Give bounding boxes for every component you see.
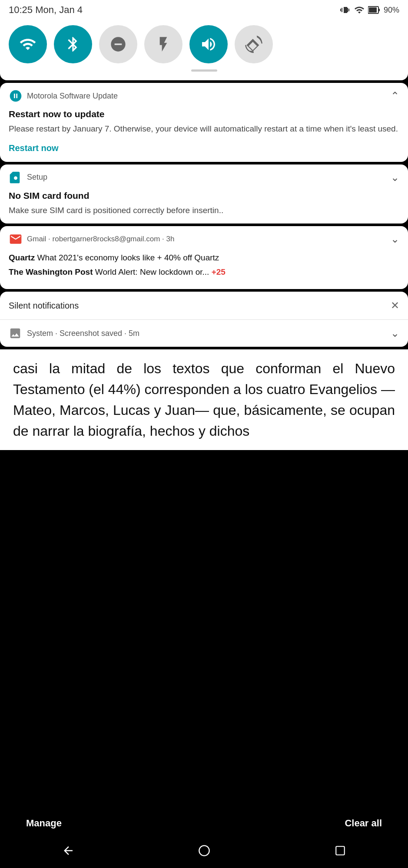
- svg-point-3: [199, 845, 209, 855]
- home-icon: [198, 845, 210, 857]
- gmail-text-1: What 2021's economy looks like + 40% off…: [37, 253, 219, 262]
- gmail-card: Gmail · robertgarner8rocks8@gmail.com · …: [0, 226, 408, 289]
- clear-all-button[interactable]: Clear all: [345, 818, 382, 829]
- status-icons: 90%: [340, 5, 399, 15]
- motorola-notif-title: Restart now to update: [9, 109, 399, 119]
- quick-tiles: [9, 25, 399, 63]
- gmail-notif-header: Gmail · robertgarner8rocks8@gmail.com · …: [0, 226, 408, 250]
- setup-app-name: Setup: [27, 173, 47, 182]
- status-time: 10:25 Mon, Jan 4: [9, 4, 83, 16]
- battery-percent: 90%: [384, 6, 399, 15]
- gmail-row-1: Quartz What 2021's economy looks like + …: [9, 252, 399, 264]
- setup-expand-chevron[interactable]: ⌄: [391, 171, 399, 184]
- back-button[interactable]: [55, 838, 81, 864]
- setup-notif-header: Setup ⌄: [0, 164, 408, 189]
- bluetooth-tile[interactable]: [54, 25, 92, 63]
- rotate-tile-icon: [245, 36, 262, 53]
- motorola-notif-body: Restart now to update Please restart by …: [0, 107, 408, 162]
- gmail-sender-1: Quartz: [9, 253, 35, 262]
- setup-notif-text: Make sure SIM card is positioned correct…: [9, 204, 399, 217]
- article-text: casi la mitad de los textos que conforma…: [13, 358, 395, 441]
- screenshot-notif-left: System · Screenshot saved · 5m: [9, 327, 139, 340]
- svg-rect-2: [378, 9, 380, 11]
- bottom-overlay-buttons: Manage Clear all: [0, 818, 408, 829]
- article-background: casi la mitad de los textos que conforma…: [0, 349, 408, 450]
- wifi-icon: [354, 5, 365, 15]
- motorola-icon: [9, 89, 23, 103]
- setup-icon: [9, 171, 23, 184]
- setup-notif-title: No SIM card found: [9, 191, 399, 201]
- back-icon: [62, 844, 75, 857]
- motorola-notif-header-left: Motorola Software Update: [9, 89, 118, 103]
- svg-rect-1: [369, 7, 377, 13]
- rotate-tile[interactable]: [235, 25, 273, 63]
- recents-button[interactable]: [327, 838, 353, 864]
- wifi-tile[interactable]: [9, 25, 47, 63]
- screenshot-icon: [9, 327, 22, 340]
- recents-icon: [335, 845, 346, 856]
- bluetooth-tile-icon: [64, 36, 82, 53]
- quick-settings-panel: [0, 18, 408, 80]
- manage-button[interactable]: Manage: [26, 818, 62, 829]
- gmail-count: +25: [212, 267, 226, 276]
- gmail-icon: [9, 232, 23, 246]
- notification-area: Motorola Software Update ⌃ Restart now t…: [0, 83, 408, 347]
- restart-now-button[interactable]: Restart now: [9, 143, 58, 153]
- flashlight-tile[interactable]: [144, 25, 182, 63]
- silent-close-button[interactable]: ✕: [391, 299, 399, 312]
- dnd-tile[interactable]: [99, 25, 137, 63]
- motorola-app-name: Motorola Software Update: [27, 92, 118, 101]
- flashlight-tile-icon: [155, 36, 172, 53]
- motorola-notif-header: Motorola Software Update ⌃: [0, 83, 408, 107]
- svg-rect-4: [336, 846, 345, 855]
- vibrate-icon: [340, 5, 351, 15]
- silent-notifications-section: Silent notifications ✕ System · Screensh…: [0, 292, 408, 347]
- drag-handle: [191, 69, 217, 72]
- silent-notifications-header: Silent notifications ✕: [0, 292, 408, 320]
- silent-notifications-title: Silent notifications: [9, 301, 79, 311]
- gmail-expand-chevron[interactable]: ⌄: [391, 233, 399, 245]
- setup-card: Setup ⌄ No SIM card found Make sure SIM …: [0, 164, 408, 224]
- dnd-tile-icon: [109, 36, 127, 53]
- gmail-sender-2: The Washington Post: [9, 267, 93, 276]
- motorola-notif-text: Please restart by January 7. Otherwise, …: [9, 123, 399, 135]
- battery-icon: [368, 5, 380, 15]
- navigation-bar: [0, 833, 408, 868]
- status-bar: 10:25 Mon, Jan 4 90%: [0, 0, 408, 18]
- motorola-collapse-chevron[interactable]: ⌃: [391, 90, 399, 102]
- setup-notif-body: No SIM card found Make sure SIM card is …: [0, 189, 408, 224]
- screenshot-notification[interactable]: System · Screenshot saved · 5m ⌄: [0, 320, 408, 347]
- gmail-notif-header-left: Gmail · robertgarner8rocks8@gmail.com · …: [9, 232, 174, 246]
- setup-notif-header-left: Setup: [9, 171, 47, 184]
- wifi-tile-icon: [19, 36, 36, 53]
- screenshot-expand-chevron[interactable]: ⌄: [391, 327, 399, 339]
- screenshot-notif-text: System · Screenshot saved · 5m: [27, 329, 139, 338]
- sound-tile-icon: [200, 36, 217, 53]
- motorola-update-card: Motorola Software Update ⌃ Restart now t…: [0, 83, 408, 162]
- gmail-notif-body: Quartz What 2021's economy looks like + …: [0, 250, 408, 289]
- home-button[interactable]: [191, 838, 217, 864]
- gmail-app-info: Gmail · robertgarner8rocks8@gmail.com · …: [27, 235, 174, 243]
- gmail-row-2: The Washington Post World Alert: New loc…: [9, 266, 399, 278]
- sound-tile[interactable]: [189, 25, 228, 63]
- gmail-text-2: World Alert: New lockdown or...: [95, 267, 212, 276]
